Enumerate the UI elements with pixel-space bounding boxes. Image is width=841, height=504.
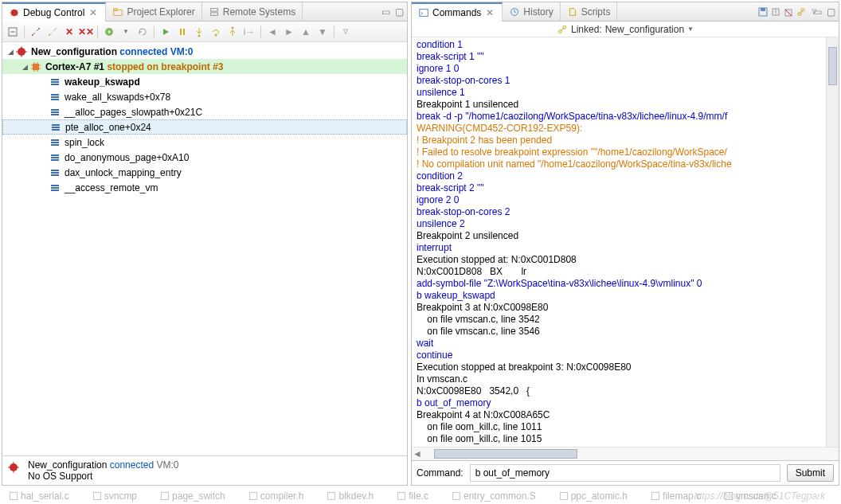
frame-icon: [49, 91, 61, 104]
maximize-icon[interactable]: ▢: [395, 6, 404, 18]
tab-debug-control[interactable]: Debug Control ✕: [2, 2, 106, 21]
console-line: on file vmscan.c, line 3542: [417, 314, 824, 326]
export-button[interactable]: [770, 6, 781, 18]
vertical-scrollbar[interactable]: [826, 37, 839, 447]
linked-bar[interactable]: Linked: New_configuration ▼: [412, 21, 839, 37]
editor-tab[interactable]: filemap.c: [651, 490, 701, 502]
tab-remote-systems[interactable]: Remote Systems: [202, 2, 303, 21]
twisty-icon[interactable]: ◢: [6, 48, 15, 56]
debug-config-button[interactable]: [102, 25, 116, 39]
svg-point-10: [32, 34, 33, 36]
svg-rect-14: [180, 29, 182, 35]
svg-rect-65: [798, 13, 801, 15]
editor-tab[interactable]: file.c: [397, 490, 428, 502]
debug-tree[interactable]: ◢ New_configuration connected VM:0 ◢ Cor…: [2, 42, 407, 251]
editor-tab[interactable]: entry_common.S: [452, 490, 536, 502]
dropdown-icon[interactable]: ▼: [687, 25, 694, 33]
connect-button[interactable]: [29, 25, 43, 39]
close-icon[interactable]: ✕: [88, 7, 99, 18]
console-line: break-stop-on-cores 2: [417, 206, 824, 218]
stack-frame[interactable]: wake_all_kswapds+0x78: [2, 89, 407, 104]
console-line: interrupt: [417, 242, 824, 254]
svg-point-16: [198, 34, 201, 37]
scroll-left-icon[interactable]: ◄: [412, 448, 423, 459]
remove-button[interactable]: ✕: [62, 25, 76, 39]
core-node[interactable]: ◢ Cortex-A7 #1 stopped on breakpoint #3: [2, 59, 407, 74]
editor-tab[interactable]: page_switch: [161, 490, 225, 502]
tab-label: History: [523, 6, 553, 18]
console-line: break -d -p "/home1/caozilong/WorkSpace/…: [417, 111, 824, 123]
step-into-button[interactable]: [192, 25, 206, 39]
editor-tab[interactable]: svncmp: [93, 490, 137, 502]
svg-point-11: [38, 28, 40, 29]
editor-tab[interactable]: ppc_atomic.h: [560, 490, 628, 502]
stack-frame[interactable]: pte_alloc_one+0x24: [2, 119, 407, 135]
editor-tab[interactable]: blkdev.h: [327, 490, 374, 502]
remove-all-button[interactable]: ✕✕: [79, 25, 93, 39]
console-line: Breakpoint 2 unsilenced: [417, 230, 824, 242]
tab-project-explorer[interactable]: Project Explorer: [106, 2, 201, 21]
connection-node[interactable]: ◢ New_configuration connected VM:0: [2, 44, 407, 59]
svg-rect-61: [761, 8, 765, 11]
nav-down-button[interactable]: ▼: [315, 25, 330, 39]
collapse-all-button[interactable]: [6, 25, 20, 39]
stack-frame[interactable]: spin_lock: [2, 135, 407, 150]
frame-label: pte_alloc_one+0x24: [65, 122, 151, 133]
twisty-icon[interactable]: ◢: [20, 63, 29, 71]
command-input[interactable]: [470, 464, 780, 482]
frame-icon: [49, 166, 61, 179]
tab-label: Remote Systems: [223, 6, 295, 18]
view-menu-button[interactable]: ▽: [338, 25, 353, 39]
step-over-button[interactable]: [209, 25, 223, 39]
tab-commands[interactable]: Commands ✕: [412, 2, 503, 21]
tab-scripts[interactable]: Scripts: [561, 2, 618, 21]
svg-rect-7: [210, 12, 217, 15]
frame-icon: [49, 151, 61, 164]
scripts-icon: [567, 6, 578, 18]
console-output[interactable]: condition 1break-script 1 ""ignore 1 0br…: [412, 37, 839, 447]
editor-tab[interactable]: hal_serial.c: [10, 490, 69, 502]
stack-frame[interactable]: dax_unlock_mapping_entry: [2, 165, 407, 180]
scrollbar-thumb[interactable]: [828, 47, 837, 85]
suspend-button[interactable]: [175, 25, 190, 39]
tab-label: Debug Control: [23, 7, 84, 18]
console-line: wait: [417, 338, 824, 350]
scrollbar-thumb[interactable]: [434, 449, 577, 459]
horizontal-scrollbar[interactable]: ◄: [412, 447, 839, 460]
connection-label: New_configuration: [31, 46, 117, 57]
tab-history[interactable]: History: [503, 2, 560, 21]
close-icon[interactable]: ✕: [484, 7, 495, 18]
frame-label: dax_unlock_mapping_entry: [65, 167, 182, 178]
nav-back-button[interactable]: ◄: [265, 25, 280, 39]
submit-button[interactable]: Submit: [787, 464, 834, 482]
editor-tab[interactable]: compiler.h: [249, 490, 304, 502]
resume-button[interactable]: [158, 25, 173, 39]
core-label: Cortex-A7 #1: [45, 61, 104, 72]
refresh-button[interactable]: [135, 25, 150, 39]
editor-tab[interactable]: vmscan.c: [725, 490, 776, 502]
step-out-button[interactable]: [225, 25, 240, 39]
save-button[interactable]: [757, 6, 769, 18]
nav-up-button[interactable]: ▲: [299, 25, 313, 39]
nav-fwd-button[interactable]: ►: [282, 25, 296, 39]
dropdown-icon[interactable]: ▼: [119, 25, 133, 39]
status-os: No OS Support: [28, 471, 179, 482]
console-line: unsilence 2: [417, 218, 824, 230]
console-line: WARNING(CMD452-COR192-EXP59):: [417, 123, 824, 135]
minimize-icon[interactable]: ▭: [813, 6, 822, 18]
stack-frame[interactable]: __access_remote_vm: [2, 180, 407, 195]
stack-frame[interactable]: wakeup_kswapd: [2, 74, 407, 89]
stack-frame[interactable]: do_anonymous_page+0xA10: [2, 150, 407, 165]
commands-panel: Commands ✕ History Scripts ▽ ▭ ▢: [411, 2, 839, 486]
step-instruction-button[interactable]: i→: [242, 25, 256, 39]
stack-frame[interactable]: __alloc_pages_slowpath+0x21C: [2, 104, 407, 119]
disconnect-button[interactable]: [45, 25, 60, 39]
status-bar: New_configuration connected VM:0 No OS S…: [2, 455, 407, 485]
link-button[interactable]: [796, 6, 807, 18]
clear-button[interactable]: [783, 6, 794, 18]
command-bar: Command: Submit: [412, 460, 839, 485]
maximize-icon[interactable]: ▢: [827, 6, 835, 18]
minimize-icon[interactable]: ▭: [381, 6, 390, 18]
console-line: ! Breakpoint 2 has been pended: [417, 135, 824, 147]
target-icon: [7, 461, 20, 474]
